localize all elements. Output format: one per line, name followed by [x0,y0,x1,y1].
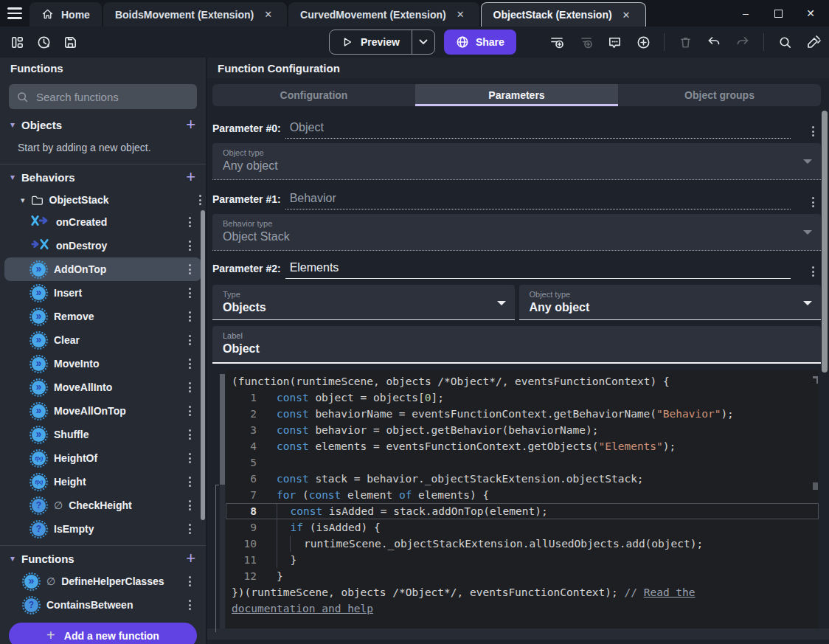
sidebar-scrollbar[interactable] [201,210,205,520]
save-icon[interactable] [59,31,81,53]
trash-icon[interactable] [674,31,696,53]
function-item-moveallontop[interactable]: »MoveAllOnTop [4,399,201,423]
action-gear-icon: » [32,428,46,442]
kebab-menu-icon[interactable] [184,574,195,589]
add-event-icon[interactable] [546,31,568,53]
function-item-oncreated[interactable]: onCreated [4,210,201,234]
function-item-shuffle[interactable]: »Shuffle [4,423,201,446]
param2-object-type-select[interactable]: Object type Any object [519,285,822,320]
main-scrollbar[interactable] [822,111,828,373]
kebab-menu-icon[interactable] [184,356,195,371]
function-item-containsbetween[interactable]: ?ContainsBetween [4,593,201,617]
tab-home[interactable]: Home [30,2,102,27]
param2-label-input[interactable]: Label Object [212,326,821,364]
function-item-checkheight[interactable]: ?∅CheckHeight [4,494,201,517]
search-icon[interactable] [774,31,796,53]
kebab-menu-icon[interactable] [184,309,195,324]
kebab-menu-icon[interactable] [184,427,195,442]
kebab-menu-icon[interactable] [184,262,195,277]
maximize-button[interactable] [767,3,789,24]
add-subevent-icon[interactable] [575,31,597,53]
function-item-clear[interactable]: »Clear [4,328,201,352]
close-button[interactable]: ✕ [799,3,822,24]
collapse-triangle-icon[interactable]: ▾ [21,195,25,205]
kebab-menu-icon[interactable] [184,380,195,395]
function-item-heightof[interactable]: f(x)HeightOf [4,446,201,470]
parameter-name-input[interactable]: Object [285,121,791,139]
collapse-triangle-icon[interactable]: ▾ [10,553,15,564]
parameter-name-input[interactable]: Behavior [285,192,791,210]
add-free-function-button[interactable]: + [186,550,195,567]
tab-object-groups[interactable]: Object groups [618,84,821,106]
code-scrollbar[interactable] [220,374,225,629]
tab-parameters[interactable]: Parameters [415,84,618,106]
panel-resize-handle[interactable] [215,485,219,632]
param2-type-select[interactable]: Type Objects [212,285,515,320]
play-icon [341,36,353,48]
kebab-menu-icon[interactable] [184,451,195,465]
search-functions-box[interactable] [9,84,197,109]
function-item-definehelperclasses[interactable]: »∅DefineHelperClasses [4,569,201,593]
preview-button[interactable]: Preview [329,30,435,55]
preview-dropdown-button[interactable] [412,30,434,54]
line-number: 9 [230,519,257,536]
kebab-menu-icon[interactable] [184,215,195,229]
action-gear-icon: » [32,310,46,324]
kebab-menu-icon[interactable] [184,285,195,300]
documentation-link[interactable]: Read the [644,584,696,600]
tab-curvedmovement[interactable]: CurvedMovement (Extension) ✕ [288,2,479,27]
param0-object-type-select[interactable]: Object type Any object [212,143,821,180]
kebab-menu-icon[interactable] [194,193,206,207]
objects-section-header[interactable]: ▾ Objects + [0,114,206,136]
kebab-menu-icon[interactable] [807,264,819,279]
history-icon[interactable] [32,31,55,53]
behaviors-section-header[interactable]: ▾ Behaviors + [0,166,206,188]
comment-icon[interactable] [603,31,625,53]
tab-objectstack[interactable]: ObjectStack (Extension) ✕ [481,2,646,27]
behavior-folder-objectstack[interactable]: ▾ ObjectStack [0,190,206,210]
function-item-moveinto[interactable]: »MoveInto [4,352,201,375]
function-item-insert[interactable]: »Insert [4,281,201,305]
kebab-menu-icon[interactable] [184,404,195,418]
hamburger-menu-icon[interactable] [0,0,30,27]
kebab-menu-icon[interactable] [184,498,195,513]
functions-section-header[interactable]: ▾ Functions + [0,547,206,569]
add-behavior-button[interactable]: + [186,169,195,185]
undo-icon[interactable] [703,31,725,53]
kebab-menu-icon[interactable] [807,124,819,139]
kebab-menu-icon[interactable] [184,474,195,489]
close-tab-icon[interactable]: ✕ [454,7,468,21]
kebab-menu-icon[interactable] [184,333,195,347]
magic-pen-icon[interactable] [802,31,825,53]
minimize-button[interactable]: – [735,3,757,24]
function-item-remove[interactable]: »Remove [4,305,201,328]
redo-icon[interactable] [732,31,754,53]
function-item-moveallinto[interactable]: »MoveAllInto [4,375,201,399]
collapse-triangle-icon[interactable]: ▾ [10,120,15,130]
kebab-menu-icon[interactable] [184,238,195,253]
kebab-menu-icon[interactable] [184,598,195,612]
share-label: Share [476,36,504,48]
add-new-function-button[interactable]: + Add a new function [9,623,197,644]
collapse-triangle-icon[interactable]: ▾ [10,172,15,182]
close-tab-icon[interactable]: ✕ [620,8,634,22]
function-item-isempty[interactable]: ?IsEmpty [4,517,201,541]
kebab-menu-icon[interactable] [807,195,819,210]
add-object-button[interactable]: + [186,117,195,133]
parameter-name-input[interactable]: Elements [285,261,791,279]
tab-configuration[interactable]: Configuration [212,84,415,106]
tab-boidsmovement[interactable]: BoidsMovement (Extension) ✕ [103,2,287,27]
close-tab-icon[interactable]: ✕ [261,7,275,21]
javascript-code-editor[interactable]: (function(runtimeScene, objects /*Object… [226,370,819,629]
function-item-height[interactable]: f(x)Height [4,470,201,494]
search-input[interactable] [36,91,184,103]
documentation-link[interactable]: documentation and help [232,600,373,617]
share-button[interactable]: Share [444,30,516,55]
function-item-addontop[interactable]: »AddOnTop [4,257,201,281]
param1-behavior-type-select[interactable]: Behavior type Object Stack [212,214,821,251]
function-item-ondestroy[interactable]: onDestroy [4,234,201,257]
panels-icon[interactable] [6,31,28,53]
kebab-menu-icon[interactable] [184,522,195,536]
plus-circle-icon[interactable] [632,31,654,53]
code-line: 11 } [226,552,819,568]
